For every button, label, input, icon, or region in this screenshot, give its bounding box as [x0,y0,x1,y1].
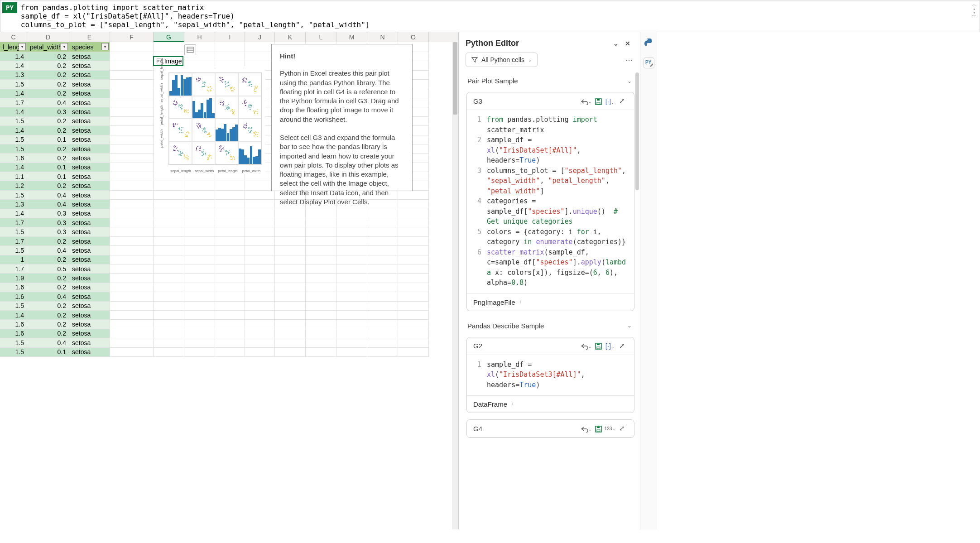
table-cell[interactable]: 1.4 [0,311,27,320]
editor-scrollbar-thumb[interactable] [635,72,639,190]
filter-dropdown-icon[interactable]: ▾ [61,43,68,50]
table-cell[interactable]: 0.3 [27,227,69,236]
table-cell[interactable]: 1.7 [0,264,27,274]
table-cell[interactable]: setosa [69,348,110,357]
save-icon[interactable] [592,424,604,432]
table-cell[interactable]: setosa [69,144,110,154]
table-row[interactable]: 1.50.4setosa [0,246,458,255]
table-row[interactable]: 1.50.2setosa [0,302,458,311]
table-cell[interactable]: setosa [69,255,110,264]
table-cell[interactable]: 1.4 [0,61,27,70]
table-row[interactable]: 1.50.1setosa [0,348,458,357]
python-edit-icon[interactable]: PY [644,58,654,68]
undo-button[interactable]: ⌄ [581,97,592,105]
card-cell-ref[interactable]: G3 [473,97,482,105]
table-cell[interactable]: 0.4 [27,292,69,301]
table-cell[interactable]: 0.5 [27,264,69,274]
table-cell[interactable]: setosa [69,163,110,172]
table-cell[interactable]: setosa [69,181,110,190]
column-header-o[interactable]: O [398,32,429,42]
formula-scroll-up-icon[interactable]: ︿ [972,2,976,7]
column-header-e[interactable]: E [69,32,110,42]
table-cell[interactable]: 1.3 [0,200,27,209]
filter-dropdown-icon[interactable]: ▾ [19,43,26,50]
table-row[interactable]: 1.90.2setosa [0,274,458,283]
table-cell[interactable]: setosa [69,126,110,135]
table-row[interactable]: 1.70.5setosa [0,264,458,274]
table-cell[interactable]: setosa [69,274,110,283]
code-editor[interactable]: 1sample_df = xl("IrisDataSet3[#All]", he… [467,355,634,396]
table-cell[interactable]: 0.2 [27,283,69,292]
table-cell[interactable]: setosa [69,311,110,320]
expand-icon[interactable]: ⤢ [616,97,628,105]
undo-button[interactable]: ⌄ [581,424,592,432]
table-cell[interactable]: 0.2 [27,302,69,311]
undo-button[interactable]: ⌄ [581,342,592,350]
table-cell[interactable]: setosa [69,218,110,227]
table-cell[interactable]: 0.2 [27,181,69,190]
table-cell[interactable]: 1.5 [0,246,27,255]
pair-plot-image[interactable]: sepal_lengthsepal_lengthsepal_widthsepal… [154,66,265,174]
card-cell-ref[interactable]: G4 [473,425,482,432]
table-cell[interactable]: 0.1 [27,163,69,172]
table-cell[interactable]: setosa [69,320,110,329]
column-header-n[interactable]: N [367,32,398,42]
table-cell[interactable]: setosa [69,246,110,255]
table-cell[interactable]: 1.6 [0,320,27,329]
section-describe[interactable]: Pandas Describe Sample ⌄ [459,317,640,334]
table-cell[interactable]: 0.3 [27,107,69,116]
table-cell[interactable]: 0.2 [27,274,69,283]
table-row[interactable]: 1.40.2setosa [0,311,458,320]
table-cell[interactable]: 0.1 [27,172,69,181]
column-header-c[interactable]: C [0,32,27,42]
table-row[interactable]: 1.40.3setosa [0,209,458,218]
table-cell[interactable]: 0.2 [27,89,69,98]
table-cell[interactable]: setosa [69,200,110,209]
table-cell[interactable]: setosa [69,191,110,200]
panel-close-icon[interactable]: ✕ [622,40,634,47]
table-cell[interactable]: 0.2 [27,144,69,154]
table-cell[interactable]: 0.2 [27,61,69,70]
column-header-m[interactable]: M [336,32,367,42]
column-header-l[interactable]: L [306,32,336,42]
table-cell[interactable]: 1.4 [0,107,27,116]
table-cell[interactable]: 1.5 [0,135,27,144]
code-editor[interactable]: 1from pandas.plotting import scatter_mat… [467,110,634,293]
table-cell[interactable]: 0.2 [27,117,69,126]
formula-scroll-dot-icon[interactable]: ● [973,8,975,10]
table-cell[interactable]: 0.2 [27,237,69,246]
save-icon[interactable] [592,342,604,350]
panel-collapse-icon[interactable]: ⌄ [610,40,622,47]
table-cell[interactable]: 0.4 [27,191,69,200]
table-cell[interactable]: 1.5 [0,227,27,236]
expand-icon[interactable]: ⤢ [616,424,628,432]
table-cell[interactable]: 0.4 [27,200,69,209]
table-cell[interactable]: 0.2 [27,52,69,61]
table-cell[interactable]: 1.1 [0,172,27,181]
editor-scrollbar[interactable] [635,72,639,525]
table-cell[interactable]: 1.4 [0,209,27,218]
table-cell[interactable]: 1.6 [0,154,27,163]
table-cell[interactable]: setosa [69,80,110,89]
save-icon[interactable] [592,97,604,105]
table-cell[interactable]: setosa [69,52,110,61]
scrollbar-thumb[interactable] [453,42,457,115]
table-cell[interactable]: 1 [0,255,27,264]
table-cell[interactable]: setosa [69,237,110,246]
table-cell[interactable]: 0.1 [27,135,69,144]
table-cell[interactable]: 1.7 [0,218,27,227]
filter-cells-dropdown[interactable]: All Python cells ⌄ [466,53,538,67]
table-row[interactable]: 1.60.2setosa [0,320,458,329]
table-cell[interactable]: 0.2 [27,154,69,163]
card-output-row[interactable]: PngImageFile 〉 [467,293,634,311]
panel-more-icon[interactable]: ⋯ [625,56,634,64]
column-header-d[interactable]: D [27,32,69,42]
table-cell[interactable]: 0.2 [27,320,69,329]
table-row[interactable]: 10.2setosa [0,255,458,264]
output-type-button[interactable]: [·]⌄ [604,97,616,105]
table-cell[interactable]: setosa [69,338,110,347]
section-pair-plot[interactable]: Pair Plot Sample ⌄ [459,72,640,89]
table-cell[interactable]: 0.2 [27,80,69,89]
table-cell[interactable]: 1.6 [0,283,27,292]
column-header-i[interactable]: I [215,32,245,42]
